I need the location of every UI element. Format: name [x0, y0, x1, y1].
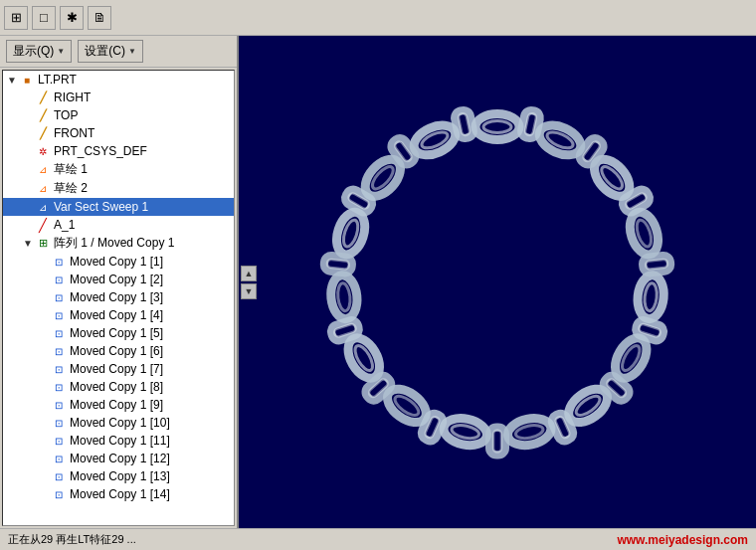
tree-item-array[interactable]: ▼ ⊞ 阵列 1 / Moved Copy 1 — [3, 234, 234, 253]
toolbar-icon-3[interactable]: ✱ — [60, 6, 84, 30]
svg-rect-53 — [327, 259, 350, 269]
status-text: 正在从29 再生LT特征29 ... — [8, 532, 136, 547]
display-dropdown[interactable]: 显示(Q) ▼ — [6, 40, 72, 63]
svg-point-8 — [636, 274, 665, 319]
status-bar: 正在从29 再生LT特征29 ... www.meiyadesign.com — [0, 528, 756, 550]
sweep-icon: ⊿ — [35, 199, 51, 215]
tree-item-copy-7[interactable]: ⊡ Moved Copy 1 [7] — [3, 360, 234, 378]
tree-label-sketch2: 草绘 2 — [54, 180, 88, 197]
tree-item-copy-2[interactable]: ⊡ Moved Copy 1 [2] — [3, 271, 234, 288]
copy10-icon: ⊡ — [51, 415, 67, 431]
tree-item-copy-12[interactable]: ⊡ Moved Copy 1 [12] — [3, 450, 234, 467]
plane-icon-top: ╱ — [35, 107, 51, 123]
tree-item-sketch2[interactable]: ⊿ 草绘 2 — [3, 179, 234, 198]
copy3-icon: ⊡ — [51, 289, 67, 305]
nav-arrows: ▲ ▼ — [239, 264, 259, 301]
tree-item-sweep[interactable]: ⊿ Var Sect Sweep 1 — [3, 198, 234, 216]
tree-label-copy9: Moved Copy 1 [9] — [70, 398, 163, 412]
tree-label-copy3: Moved Copy 1 [3] — [70, 290, 163, 304]
tree-item-copy-14[interactable]: ⊡ Moved Copy 1 [14] — [3, 485, 234, 503]
tree-item-csys[interactable]: ✲ PRT_CSYS_DEF — [3, 142, 234, 160]
array-expand: ▼ — [23, 238, 35, 249]
csys-icon: ✲ — [35, 143, 51, 159]
svg-rect-45 — [493, 430, 501, 452]
left-toolbar: 显示(Q) ▼ 设置(C) ▼ — [0, 36, 237, 68]
svg-point-14 — [505, 414, 553, 449]
tree-item-copy-1[interactable]: ⊡ Moved Copy 1 [1] — [3, 253, 234, 271]
svg-point-9 — [644, 282, 659, 311]
tree-root-label: LT.PRT — [38, 73, 77, 87]
tree-root[interactable]: ▼ ■ LT.PRT — [3, 71, 234, 89]
plane-icon-front: ╱ — [35, 125, 51, 141]
tree-label-copy4: Moved Copy 1 [4] — [70, 308, 163, 322]
tree-item-right[interactable]: ╱ RIGHT — [3, 89, 234, 106]
toolbar-icon-1[interactable]: ⊞ — [4, 6, 28, 30]
model-tree[interactable]: ▼ ■ LT.PRT ╱ RIGHT ╱ TOP ╱ FRONT — [2, 70, 235, 526]
copy6-icon: ⊡ — [51, 343, 67, 359]
settings-arrow-icon: ▼ — [128, 47, 136, 56]
tree-item-top[interactable]: ╱ TOP — [3, 106, 234, 124]
plane-icon: ╱ — [35, 90, 51, 105]
copy2-icon: ⊡ — [51, 272, 67, 287]
tree-item-copy-5[interactable]: ⊡ Moved Copy 1 [5] — [3, 324, 234, 342]
chain-model — [279, 72, 716, 492]
main-toolbar: ⊞ □ ✱ 🗎 — [0, 0, 756, 36]
tree-label-axis: A_1 — [54, 218, 75, 232]
axis-icon: ╱ — [35, 217, 51, 233]
tree-label-copy7: Moved Copy 1 [7] — [70, 362, 163, 376]
tree-item-copy-11[interactable]: ⊡ Moved Copy 1 [11] — [3, 432, 234, 450]
tree-item-copy-3[interactable]: ⊡ Moved Copy 1 [3] — [3, 288, 234, 306]
svg-rect-37 — [646, 259, 668, 269]
chain-svg — [279, 72, 716, 489]
tree-item-copy-8[interactable]: ⊡ Moved Copy 1 [8] — [3, 378, 234, 396]
watermark: www.meiyadesign.com — [617, 533, 748, 547]
copy13-icon: ⊡ — [51, 468, 67, 484]
toolbar-icon-4[interactable]: 🗎 — [88, 6, 111, 30]
chain-group — [323, 108, 671, 455]
tree-label-copy8: Moved Copy 1 [8] — [70, 380, 163, 394]
tree-item-copy-6[interactable]: ⊡ Moved Copy 1 [6] — [3, 342, 234, 360]
tree-label-copy10: Moved Copy 1 [10] — [70, 416, 170, 430]
copy5-icon: ⊡ — [51, 325, 67, 341]
tree-item-axis[interactable]: ╱ A_1 — [3, 216, 234, 234]
copy4-icon: ⊡ — [51, 307, 67, 323]
display-arrow-icon: ▼ — [57, 47, 65, 56]
toolbar-icon-2[interactable]: □ — [32, 6, 56, 30]
tree-label-top: TOP — [54, 108, 78, 122]
tree-label-copy11: Moved Copy 1 [11] — [70, 434, 170, 448]
settings-label: 设置(C) — [85, 43, 125, 60]
root-expand-icon: ▼ — [7, 75, 19, 86]
copy12-icon: ⊡ — [51, 451, 67, 466]
tree-item-copy-10[interactable]: ⊡ Moved Copy 1 [10] — [3, 414, 234, 432]
copy11-icon: ⊡ — [51, 433, 67, 449]
svg-point-23 — [336, 282, 351, 311]
nav-up-arrow[interactable]: ▲ — [241, 266, 257, 281]
tree-label-array: 阵列 1 / Moved Copy 1 — [54, 235, 174, 252]
tree-label-copy12: Moved Copy 1 [12] — [70, 452, 170, 465]
tree-label-front: FRONT — [54, 126, 94, 140]
nav-down-arrow[interactable]: ▼ — [241, 283, 257, 299]
tree-item-copy-13[interactable]: ⊡ Moved Copy 1 [13] — [3, 467, 234, 485]
main-area: 显示(Q) ▼ 设置(C) ▼ ▼ ■ LT.PRT ╱ RIGHT — [0, 36, 756, 528]
viewport-canvas[interactable]: ▲ ▼ — [239, 36, 756, 528]
tree-item-front[interactable]: ╱ FRONT — [3, 124, 234, 142]
tree-item-sketch1[interactable]: ⊿ 草绘 1 — [3, 160, 234, 179]
left-panel: 显示(Q) ▼ 设置(C) ▼ ▼ ■ LT.PRT ╱ RIGHT — [0, 36, 239, 528]
copy1-icon: ⊡ — [51, 254, 67, 270]
array-icon: ⊞ — [35, 236, 51, 252]
tree-label-csys: PRT_CSYS_DEF — [54, 144, 147, 158]
display-label: 显示(Q) — [13, 43, 54, 60]
tree-label-right: RIGHT — [54, 91, 91, 104]
tree-label-sweep: Var Sect Sweep 1 — [54, 200, 148, 214]
tree-label-copy1: Moved Copy 1 [1] — [70, 255, 163, 269]
copy14-icon: ⊡ — [51, 486, 67, 502]
root-icon: ■ — [19, 72, 35, 88]
settings-dropdown[interactable]: 设置(C) ▼ — [78, 40, 143, 63]
tree-label-sketch1: 草绘 1 — [54, 161, 88, 178]
svg-point-16 — [442, 414, 489, 449]
tree-item-copy-9[interactable]: ⊡ Moved Copy 1 [9] — [3, 396, 234, 414]
sketch1-icon: ⊿ — [35, 162, 51, 178]
svg-point-22 — [329, 274, 359, 319]
copy9-icon: ⊡ — [51, 397, 67, 413]
tree-item-copy-4[interactable]: ⊡ Moved Copy 1 [4] — [3, 306, 234, 324]
